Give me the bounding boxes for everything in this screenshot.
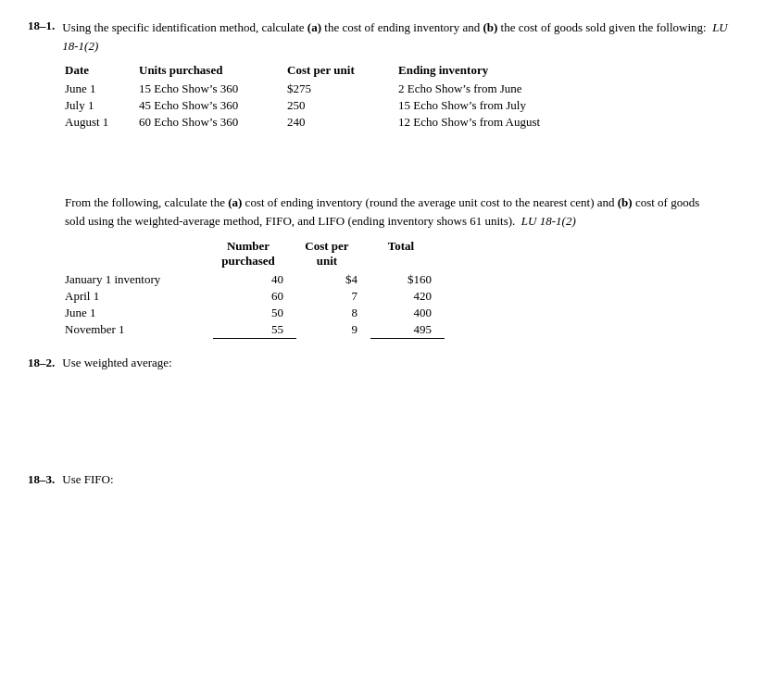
table-row: August 1 60 Echo Show’s 360 240 12 Echo … [65,114,583,131]
number-cell: 50 [213,305,296,321]
col-header-ending: Ending inventory [398,62,583,81]
col2-header-blank [65,238,213,271]
units-cell: 15 Echo Show’s 360 [139,81,287,97]
problem-18-2: 18–2. Use weighted average: [28,356,737,370]
table-row: January 1 inventory 40 $4 $160 [65,271,445,288]
ending-cell: 12 Echo Show’s from August [398,114,583,131]
cost-cell: $275 [287,81,398,97]
col-header-cost: Cost per unit [287,62,398,81]
costunit-cell: 8 [296,305,370,321]
problem-18-1: 18–1. Using the specific identification … [28,19,737,339]
table-2-section: Numberpurchased Cost perunit Total Janua… [65,238,737,339]
costunit-cell: 7 [296,288,370,305]
paragraph-block: From the following, calculate the (a) co… [65,194,719,231]
table-row: April 1 60 7 420 [65,288,445,305]
problem-number-18-2: 18–2. [28,356,55,370]
para-ref: LU 18-1(2) [521,214,576,228]
item-label: June 1 [65,305,213,321]
table-1-section: Date Units purchased Cost per unit Endin… [65,62,737,131]
col2-header-total: Total [370,238,445,271]
date-cell: August 1 [65,114,139,131]
item-label: April 1 [65,288,213,305]
col-header-date: Date [65,62,139,81]
bold-a: (a) [307,20,321,34]
problem-label-18-3: Use FIFO: [62,472,113,487]
item-label: January 1 inventory [65,271,213,288]
number-cell: 55 [213,321,296,339]
number-cell: 60 [213,288,296,305]
problem-number-18-3: 18–3. [28,472,55,487]
problem-number-18-1: 18–1. [28,19,55,55]
costunit-cell: $4 [296,271,370,288]
inventory-table-1: Date Units purchased Cost per unit Endin… [65,62,583,131]
units-cell: 45 Echo Show’s 360 [139,97,287,114]
total-cell: 495 [370,321,445,339]
total-cell: 420 [370,288,445,305]
total-cell: 400 [370,305,445,321]
problem-ref-1: LU 18-1(2) [62,20,728,53]
table-row: June 1 15 Echo Show’s 360 $275 2 Echo Sh… [65,81,583,97]
inventory-table-2: Numberpurchased Cost perunit Total Janua… [65,238,445,339]
col2-header-number: Numberpurchased [213,238,296,271]
bold-pa: (a) [228,195,242,209]
total-cell: $160 [370,271,445,288]
col2-header-costunit: Cost perunit [296,238,370,271]
problem-label-18-2: Use weighted average: [62,356,171,370]
table-row: July 1 45 Echo Show’s 360 250 15 Echo Sh… [65,97,583,114]
cost-cell: 240 [287,114,398,131]
ending-cell: 2 Echo Show’s from June [398,81,583,97]
problem-18-3: 18–3. Use FIFO: [28,472,737,487]
cost-cell: 250 [287,97,398,114]
item-label: November 1 [65,321,213,339]
problem-text-18-1: Using the specific identification method… [62,19,737,55]
number-cell: 40 [213,271,296,288]
date-cell: June 1 [65,81,139,97]
table-row: June 1 50 8 400 [65,305,445,321]
date-cell: July 1 [65,97,139,114]
table-row: November 1 55 9 495 [65,321,445,339]
bold-b: (b) [483,20,497,34]
bold-pb: (b) [618,195,633,209]
col-header-units: Units purchased [139,62,287,81]
units-cell: 60 Echo Show’s 360 [139,114,287,131]
costunit-cell: 9 [296,321,370,339]
ending-cell: 15 Echo Show’s from July [398,97,583,114]
